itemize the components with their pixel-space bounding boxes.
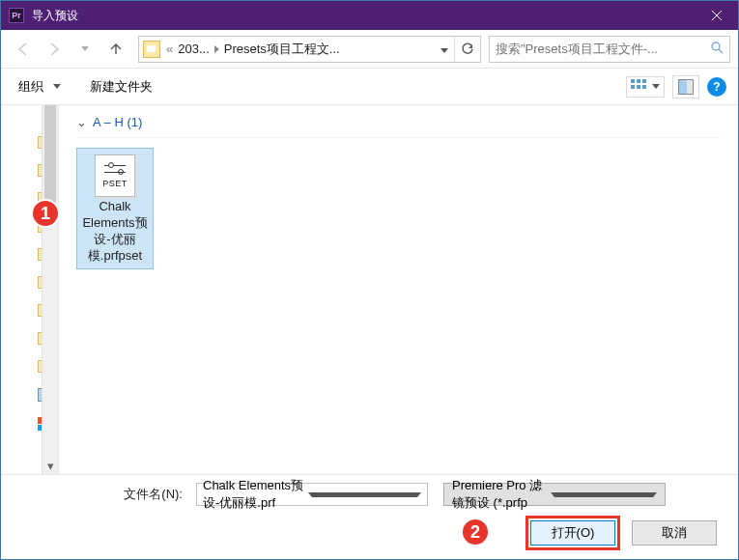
chevron-down-icon bbox=[551, 492, 657, 497]
preset-file-icon: PSET bbox=[95, 154, 135, 197]
filename-combobox[interactable]: Chalk Elements预设-优丽模.prf bbox=[196, 483, 428, 506]
preview-icon bbox=[678, 79, 694, 95]
folder-icon bbox=[143, 41, 160, 58]
chevron-down-icon bbox=[81, 46, 89, 51]
nav-tree[interactable]: ▴ ▾ bbox=[1, 105, 59, 474]
annotation-badge-1: 1 bbox=[31, 199, 60, 228]
view-mode-button[interactable] bbox=[626, 76, 665, 98]
chevron-down-icon bbox=[441, 48, 448, 53]
title-bar: Pr 导入预设 bbox=[1, 1, 738, 30]
organize-menu[interactable]: 组织 bbox=[13, 74, 67, 99]
bottom-panel: 文件名(N): Chalk Elements预设-优丽模.prf Premier… bbox=[1, 474, 738, 559]
address-dropdown[interactable] bbox=[435, 42, 454, 56]
cancel-button[interactable]: 取消 bbox=[632, 520, 717, 546]
group-title: A – H (1) bbox=[93, 115, 142, 129]
svg-line-3 bbox=[719, 49, 723, 53]
forward-button[interactable] bbox=[40, 36, 69, 63]
chevron-down-icon bbox=[308, 492, 421, 497]
breadcrumb-seg-1[interactable]: 203... bbox=[175, 42, 213, 56]
toolbar: 组织 新建文件夹 ? bbox=[1, 69, 738, 105]
open-button[interactable]: 打开(O) bbox=[530, 520, 615, 546]
chevron-down-icon bbox=[53, 84, 61, 89]
refresh-icon bbox=[461, 42, 474, 56]
up-button[interactable] bbox=[101, 36, 130, 63]
annotation-badge-2: 2 bbox=[461, 518, 490, 546]
filter-text: Premiere Pro 滤镜预设 (*.prfp bbox=[452, 477, 551, 512]
breadcrumb-seg-2[interactable]: Presets项目工程文... bbox=[221, 41, 343, 58]
chevron-down-icon bbox=[652, 84, 660, 89]
new-folder-button[interactable]: 新建文件夹 bbox=[84, 74, 158, 99]
chevron-down-icon: ⌄ bbox=[76, 115, 87, 129]
arrow-right-icon bbox=[45, 41, 63, 58]
refresh-button[interactable] bbox=[454, 37, 480, 62]
file-list[interactable]: ⌄ A – H (1) PSET Chalk Elements预设-优丽模.pr… bbox=[59, 105, 738, 474]
preview-pane-button[interactable] bbox=[672, 75, 699, 98]
arrow-left-icon bbox=[14, 41, 32, 58]
content-area: ▴ ▾ ⌄ A – H (1) PSET Chalk Elements预设-优丽… bbox=[1, 105, 738, 474]
help-button[interactable]: ? bbox=[707, 77, 726, 97]
address-bar[interactable]: « 203... Presets项目工程文... bbox=[138, 36, 481, 63]
breadcrumb-sep bbox=[213, 42, 221, 56]
premiere-icon: Pr bbox=[9, 8, 24, 23]
filename-label: 文件名(N): bbox=[16, 486, 190, 503]
close-button[interactable] bbox=[695, 1, 738, 30]
back-button[interactable] bbox=[9, 36, 38, 63]
window-title: 导入预设 bbox=[32, 8, 695, 24]
filetype-filter[interactable]: Premiere Pro 滤镜预设 (*.prfp bbox=[443, 483, 666, 506]
filename-value: Chalk Elements预设-优丽模.prf bbox=[203, 477, 308, 512]
svg-point-2 bbox=[712, 42, 720, 50]
recent-dropdown[interactable] bbox=[71, 36, 99, 63]
nav-bar: « 203... Presets项目工程文... bbox=[1, 30, 738, 69]
icon-caption: PSET bbox=[102, 179, 128, 190]
close-icon bbox=[712, 11, 722, 20]
organize-label: 组织 bbox=[18, 78, 43, 96]
file-name: Chalk Elements预设-优丽模.prfpset bbox=[79, 199, 151, 265]
file-item-selected[interactable]: PSET Chalk Elements预设-优丽模.prfpset bbox=[76, 148, 154, 269]
open-highlight: 打开(O) bbox=[526, 516, 620, 550]
search-input[interactable] bbox=[496, 42, 706, 56]
search-box[interactable] bbox=[489, 36, 730, 63]
group-header[interactable]: ⌄ A – H (1) bbox=[76, 115, 721, 138]
tree-scrollbar[interactable]: ▴ ▾ bbox=[42, 105, 58, 474]
grid-icon bbox=[631, 79, 646, 95]
search-icon bbox=[710, 41, 729, 57]
arrow-up-icon bbox=[107, 41, 125, 58]
scroll-down-icon[interactable]: ▾ bbox=[43, 458, 58, 474]
breadcrumb-sep: « bbox=[164, 42, 175, 56]
